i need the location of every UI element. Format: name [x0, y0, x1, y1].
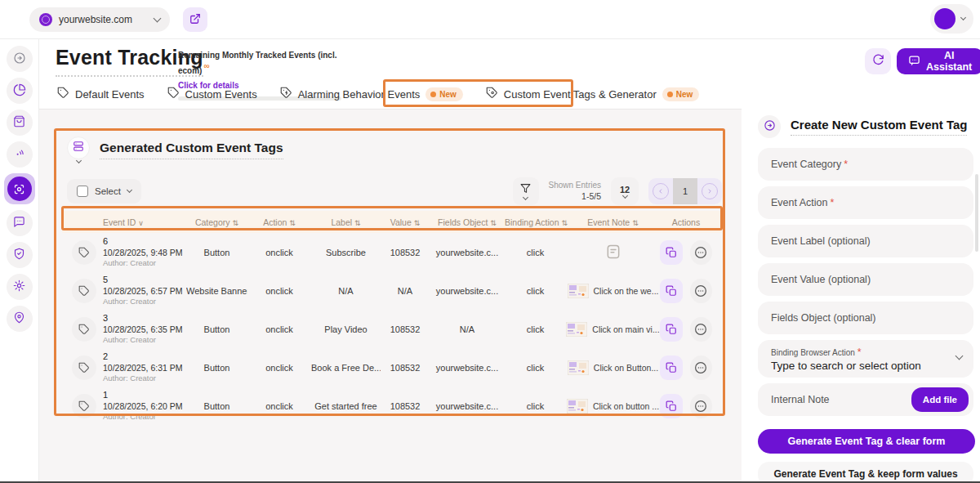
- column-header-binding-action[interactable]: Binding Action⇅: [505, 217, 566, 227]
- copy-tag-button[interactable]: [660, 317, 683, 342]
- form-field[interactable]: Event Value (optional): [758, 263, 973, 296]
- cell-fields-object: yourwebsite.c...: [430, 401, 505, 411]
- select-button[interactable]: Select: [67, 179, 141, 203]
- radar-icon: [13, 147, 25, 162]
- sidebar-item-locations[interactable]: [7, 306, 33, 332]
- required-marker: *: [844, 159, 848, 170]
- sort-icon: ⇅: [233, 219, 239, 227]
- sidebar-item-messages[interactable]: [7, 210, 33, 236]
- panel-collapse-button[interactable]: [758, 115, 781, 138]
- cell-category: Website Banner: [186, 286, 247, 296]
- more-actions-button[interactable]: [690, 317, 713, 342]
- ai-assistant-button[interactable]: AI Assistant: [897, 48, 980, 74]
- sort-icon: ⇅: [632, 219, 639, 227]
- cell-label: Play Video: [311, 324, 381, 334]
- sidebar-item-privacy[interactable]: [7, 242, 33, 268]
- tab-alarming-behavior-events[interactable]: Alarming Behavior Events New: [280, 87, 463, 101]
- previous-page-button[interactable]: [648, 178, 673, 204]
- open-site-button[interactable]: [183, 7, 207, 32]
- filter-button[interactable]: [513, 177, 539, 205]
- page-number[interactable]: 1: [673, 178, 697, 204]
- sidebar-collapse-button[interactable]: [7, 46, 33, 72]
- column-header-value[interactable]: Value⇅: [381, 217, 430, 227]
- tag-icon: [72, 356, 96, 380]
- event-note-thumbnail[interactable]: [568, 360, 589, 375]
- binding-browser-action-select[interactable]: Binding Browser Action* Type to search o…: [758, 340, 973, 378]
- tab-label: Default Events: [75, 88, 145, 101]
- arrow-circle-icon: [764, 119, 776, 134]
- more-actions-button[interactable]: [690, 394, 713, 418]
- create-tag-panel: Create New Custom Event Tag Event Catego…: [742, 109, 980, 481]
- form-field[interactable]: Event Label (optional): [758, 225, 973, 257]
- tab-label: Custom Events: [185, 88, 257, 101]
- tab-custom-event-tags-generator[interactable]: Custom Event Tags & Generator New: [486, 87, 699, 101]
- cell-fields-object: N/A: [430, 324, 505, 334]
- column-header-label[interactable]: Label⇅: [311, 217, 381, 227]
- form-field[interactable]: Event Action*: [758, 186, 973, 219]
- generate-keep-button[interactable]: Generate Event Tag & keep form values: [758, 462, 973, 483]
- tab-custom-events[interactable]: Custom Events: [167, 87, 257, 101]
- event-note-text: Click on button ...: [593, 401, 659, 411]
- event-id: 6: [103, 236, 183, 247]
- generate-clear-button[interactable]: Generate Event Tag & clear form: [758, 429, 975, 454]
- sidebar-item-ecommerce[interactable]: [7, 110, 33, 136]
- event-id: 1: [103, 390, 183, 400]
- copy-tag-button[interactable]: [660, 279, 683, 303]
- sidebar-item-analytics[interactable]: [7, 78, 33, 104]
- sidebar-item-settings[interactable]: [7, 274, 33, 300]
- chevron-down-icon: [154, 15, 162, 23]
- tag-alert-icon: [280, 87, 292, 101]
- tag-icon: [72, 394, 96, 418]
- column-header-fields-object[interactable]: Fields Object⇅: [430, 217, 505, 227]
- chevron-down-icon: [75, 158, 81, 163]
- new-badge: New: [425, 87, 463, 101]
- column-header-event-id[interactable]: Event ID∨: [72, 217, 186, 227]
- infinity-icon: ∞: [203, 61, 209, 70]
- more-actions-button[interactable]: [690, 240, 713, 265]
- cell-value: N/A: [381, 286, 430, 296]
- site-selector[interactable]: yourwebsite.com: [29, 7, 170, 32]
- site-name: yourwebsite.com: [59, 14, 148, 25]
- copy-tag-button[interactable]: [660, 394, 683, 418]
- form-field[interactable]: Event Category*: [758, 148, 973, 181]
- tab-default-events[interactable]: Default Events: [57, 87, 145, 101]
- next-page-button[interactable]: [697, 178, 722, 204]
- page-size-select[interactable]: 12: [611, 177, 639, 205]
- event-tracking-target-icon: [7, 177, 32, 201]
- add-file-button[interactable]: Add file: [911, 387, 969, 412]
- refresh-icon: [872, 54, 884, 69]
- form-field[interactable]: Fields Object (optional): [758, 302, 973, 334]
- more-actions-button[interactable]: [690, 279, 713, 303]
- event-note-thumbnail[interactable]: [568, 284, 589, 298]
- select-all-checkbox[interactable]: [77, 186, 88, 197]
- site-favicon-icon: [39, 13, 52, 26]
- shopping-bag-icon: [13, 115, 25, 130]
- internal-note-field[interactable]: Internal Note Add file: [758, 383, 973, 416]
- refresh-button[interactable]: [865, 48, 891, 74]
- event-note-text: Click on main vi...: [592, 324, 659, 334]
- event-note-thumbnail[interactable]: [566, 322, 587, 337]
- cell-action: onclick: [247, 324, 311, 334]
- copy-tag-button[interactable]: [660, 356, 683, 380]
- column-header-category[interactable]: Category⇅: [186, 217, 247, 227]
- sidebar-item-event-tracking[interactable]: [4, 173, 35, 204]
- sidebar-item-live-activity[interactable]: [7, 141, 33, 168]
- cell-label: Book a Free De...: [311, 363, 381, 373]
- sort-icon: ⇅: [289, 219, 296, 227]
- column-header-action[interactable]: Action⇅: [247, 217, 311, 227]
- panel-scrollbar[interactable]: [975, 174, 978, 252]
- event-note-thumbnail[interactable]: [567, 399, 588, 414]
- table-collapse-button[interactable]: [67, 136, 90, 159]
- internal-note-label: Internal Note: [771, 394, 830, 405]
- cell-binding-action: click: [505, 401, 566, 411]
- column-header-event-note[interactable]: Event Note⇅: [566, 217, 660, 227]
- account-menu[interactable]: [930, 4, 973, 34]
- copy-tag-button[interactable]: [660, 240, 683, 265]
- cell-action: onclick: [247, 401, 311, 411]
- more-actions-button[interactable]: [690, 356, 713, 380]
- sidebar: [0, 39, 39, 481]
- cell-category: Button: [186, 363, 247, 373]
- sort-icon: ⇅: [354, 219, 361, 227]
- panel-title: Create New Custom Event Tag: [791, 118, 967, 136]
- event-note-text: Click on the we...: [594, 286, 659, 296]
